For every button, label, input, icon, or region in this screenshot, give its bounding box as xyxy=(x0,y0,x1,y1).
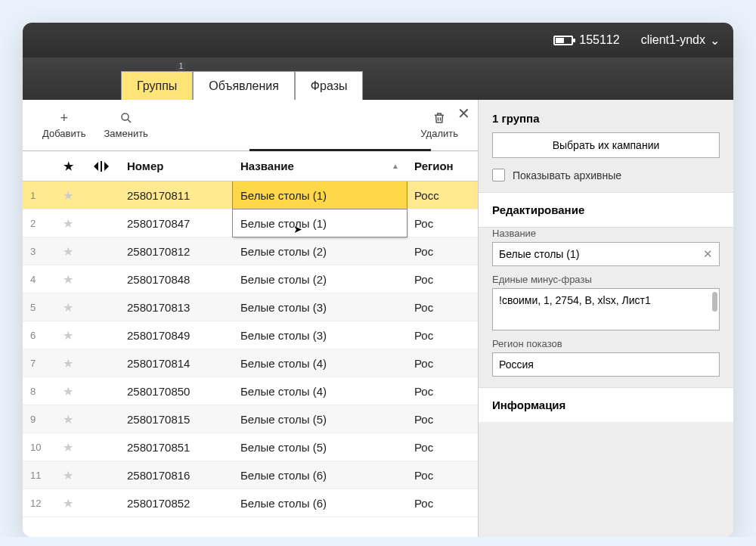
row-status[interactable] xyxy=(83,377,119,405)
row-favorite[interactable]: ★ xyxy=(53,293,83,321)
row-favorite[interactable]: ★ xyxy=(53,377,83,405)
row-number: 2580170811 xyxy=(119,181,233,209)
show-archived-checkbox[interactable]: Показывать архивные xyxy=(492,169,720,181)
row-name[interactable]: Белые столы (2) xyxy=(233,237,407,265)
row-name[interactable]: Белые столы (1) xyxy=(233,181,407,209)
active-column-indicator xyxy=(249,149,431,151)
row-favorite[interactable]: ★ xyxy=(53,321,83,349)
row-name[interactable]: Белые столы (2) xyxy=(233,265,407,293)
tab-bar: Группы1ОбъявленияФразы xyxy=(23,57,733,100)
row-status[interactable] xyxy=(83,237,119,265)
row-index: 7 xyxy=(23,349,53,377)
close-icon[interactable]: ✕ xyxy=(451,101,476,126)
row-region: Рос xyxy=(407,489,478,517)
row-name[interactable]: Белые столы (3) xyxy=(233,321,407,349)
col-number[interactable]: Номер xyxy=(119,151,233,181)
tab-Группы[interactable]: Группы1 xyxy=(121,71,193,100)
table-row[interactable]: 12★2580170852Белые столы (6)Рос xyxy=(23,489,478,517)
sidebar: 1 группа Выбрать их кампании Показывать … xyxy=(478,100,733,537)
choose-campaigns-button[interactable]: Выбрать их кампании xyxy=(492,132,720,158)
row-index: 3 xyxy=(23,237,53,265)
star-icon: ★ xyxy=(63,244,73,259)
cursor-icon: ➤ xyxy=(293,223,302,235)
col-name[interactable]: Название ▲ xyxy=(233,151,407,181)
table-row[interactable]: 8★2580170850Белые столы (4)Рос xyxy=(23,377,478,405)
table-row[interactable]: 11★2580170816Белые столы (6)Рос xyxy=(23,461,478,489)
row-status[interactable] xyxy=(83,181,119,209)
user-menu[interactable]: client1-yndx ⌄ xyxy=(641,33,720,48)
info-section-title: Информация xyxy=(479,387,733,422)
name-input[interactable]: Белые столы (1) ✕ xyxy=(492,242,720,266)
row-status[interactable] xyxy=(83,349,119,377)
row-name[interactable]: Белые столы (3) xyxy=(233,293,407,321)
row-number: 2580170847 xyxy=(119,209,233,237)
row-status[interactable] xyxy=(83,433,119,461)
trash-icon xyxy=(432,111,446,125)
row-favorite[interactable]: ★ xyxy=(53,489,83,517)
row-region: Рос xyxy=(407,377,478,405)
row-favorite[interactable]: ★ xyxy=(53,181,83,209)
row-status[interactable] xyxy=(83,293,119,321)
row-status[interactable] xyxy=(83,489,119,517)
table-row[interactable]: 7★2580170814Белые столы (4)Рос xyxy=(23,349,478,377)
row-region: Рос xyxy=(407,293,478,321)
add-button[interactable]: + Добавить xyxy=(33,111,94,139)
row-name[interactable]: Белые столы (5) xyxy=(233,405,407,433)
row-status[interactable] xyxy=(83,321,119,349)
row-favorite[interactable]: ★ xyxy=(53,349,83,377)
star-icon: ★ xyxy=(63,440,73,454)
search-icon xyxy=(119,111,133,125)
region-input[interactable]: Россия xyxy=(492,352,720,377)
row-name[interactable]: Белые столы (1)➤ xyxy=(233,209,407,237)
row-number: 2580170815 xyxy=(119,405,233,433)
row-status[interactable] xyxy=(83,209,119,237)
row-favorite[interactable]: ★ xyxy=(53,237,83,265)
star-icon: ★ xyxy=(63,496,73,510)
chevron-down-icon: ⌄ xyxy=(710,33,720,48)
minus-field-label: Единые минус-фразы xyxy=(492,274,720,285)
checkbox-icon xyxy=(492,169,505,181)
row-favorite[interactable]: ★ xyxy=(53,265,83,293)
row-index: 9 xyxy=(23,405,53,433)
table-row[interactable]: 1★2580170811Белые столы (1)Росс xyxy=(23,181,478,209)
row-name[interactable]: Белые столы (6) xyxy=(233,461,407,489)
table-row[interactable]: 5★2580170813Белые столы (3)Рос xyxy=(23,293,478,321)
row-status[interactable] xyxy=(83,265,119,293)
row-name[interactable]: Белые столы (5) xyxy=(233,433,407,461)
col-region[interactable]: Регион xyxy=(407,151,478,181)
row-number: 2580170814 xyxy=(119,349,233,377)
row-name[interactable]: Белые столы (4) xyxy=(233,349,407,377)
table-body[interactable]: 1★2580170811Белые столы (1)Росс2★2580170… xyxy=(23,181,478,537)
minus-phrases-input[interactable]: !своими, 1, 2754, В, xlsx, Лист1 xyxy=(492,288,720,330)
campaign-id-indicator: 155112 xyxy=(553,33,619,47)
table-row[interactable]: 10★2580170851Белые столы (5)Рос xyxy=(23,433,478,461)
row-favorite[interactable]: ★ xyxy=(53,461,83,489)
row-status[interactable] xyxy=(83,405,119,433)
col-favorite[interactable]: ★ xyxy=(53,151,83,181)
row-favorite[interactable]: ★ xyxy=(53,209,83,237)
replace-label: Заменить xyxy=(104,128,147,139)
tab-Объявления[interactable]: Объявления xyxy=(193,71,295,100)
row-status[interactable] xyxy=(83,461,119,489)
row-region: Рос xyxy=(407,321,478,349)
scrollbar-thumb[interactable] xyxy=(712,292,717,312)
clear-icon[interactable]: ✕ xyxy=(703,247,713,261)
toolbar: + Добавить Заменить Удалить ✕ xyxy=(23,100,478,151)
col-status[interactable] xyxy=(83,151,119,181)
row-index: 6 xyxy=(23,321,53,349)
sort-asc-icon: ▲ xyxy=(392,162,399,170)
table-row[interactable]: 4★2580170848Белые столы (2)Рос xyxy=(23,265,478,293)
table-row[interactable]: 6★2580170849Белые столы (3)Рос xyxy=(23,321,478,349)
row-number: 2580170812 xyxy=(119,237,233,265)
table-row[interactable]: 2★2580170847Белые столы (1)➤Рос xyxy=(23,209,478,237)
row-favorite[interactable]: ★ xyxy=(53,405,83,433)
star-icon: ★ xyxy=(63,272,73,287)
table-row[interactable]: 3★2580170812Белые столы (2)Рос xyxy=(23,237,478,265)
row-name[interactable]: Белые столы (4) xyxy=(233,377,407,405)
tab-Фразы[interactable]: Фразы xyxy=(295,71,364,100)
row-name[interactable]: Белые столы (6) xyxy=(233,489,407,517)
table-row[interactable]: 9★2580170815Белые столы (5)Рос xyxy=(23,405,478,433)
svg-line-1 xyxy=(128,119,131,123)
replace-button[interactable]: Заменить xyxy=(94,111,156,139)
row-favorite[interactable]: ★ xyxy=(53,433,83,461)
